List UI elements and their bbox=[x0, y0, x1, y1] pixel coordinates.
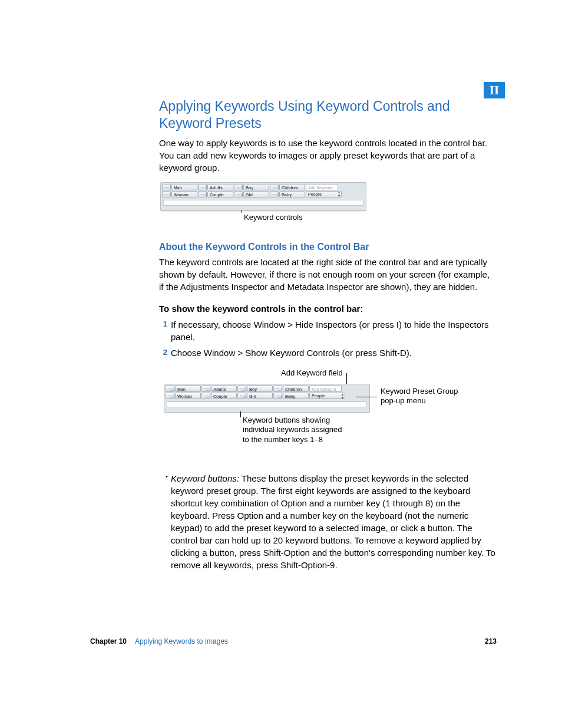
step-item: 1 If necessary, choose Window > Hide Ins… bbox=[159, 318, 496, 343]
list-item: • Keyword buttons: These buttons display… bbox=[163, 472, 496, 571]
kw-button-boy[interactable]: Boy bbox=[247, 386, 273, 392]
kw-button-children[interactable]: Children bbox=[279, 184, 305, 190]
step-text: Choose Window > Show Keyword Controls (o… bbox=[171, 347, 496, 359]
callout-add-keyword-field: Add Keyword field bbox=[281, 368, 343, 377]
step-number: 2 bbox=[159, 347, 167, 359]
keyword-controls-panel: ⌥1 Man ⌥3 Adults ⌥5 Boy ⌥7 Children Add … bbox=[164, 384, 370, 413]
page-content: Applying Keywords Using Keyword Controls… bbox=[159, 98, 496, 577]
kw-tag[interactable]: ⌥6 bbox=[234, 191, 243, 197]
callout-keyword-buttons-l1: Keyword buttons showing bbox=[243, 416, 342, 425]
part-tab: II bbox=[484, 82, 505, 98]
kw-tag[interactable]: ⌥5 bbox=[237, 386, 246, 392]
kw-tag[interactable]: ⌥7 bbox=[270, 184, 279, 190]
kw-tag[interactable]: ⌥1 bbox=[162, 184, 171, 190]
kw-tag[interactable]: ⌥6 bbox=[237, 393, 246, 399]
kw-tag[interactable]: ⌥4 bbox=[198, 191, 207, 197]
kw-tag[interactable]: ⌥4 bbox=[201, 393, 210, 399]
kw-button-woman[interactable]: Woman bbox=[175, 393, 201, 399]
kw-tag[interactable]: ⌥7 bbox=[273, 386, 282, 392]
kw-button-adults[interactable]: Adults bbox=[207, 184, 233, 190]
step-text: If necessary, choose Window > Hide Inspe… bbox=[171, 318, 496, 343]
figure-keyword-controls: ⌥1 Man ⌥3 Adults ⌥5 Boy ⌥7 Children Add … bbox=[159, 182, 496, 223]
kw-button-girl[interactable]: Girl bbox=[243, 191, 269, 197]
kw-button-man[interactable]: Man bbox=[171, 184, 197, 190]
section-title: Applying Keywords Using Keyword Controls… bbox=[159, 98, 496, 132]
kw-tag[interactable]: ⌥8 bbox=[273, 393, 282, 399]
bullet-body: These buttons display the preset keyword… bbox=[171, 473, 495, 570]
kw-button-boy[interactable]: Boy bbox=[243, 184, 269, 190]
chapter-label: Chapter 10 bbox=[90, 637, 127, 647]
panel-bottom-bar bbox=[167, 401, 367, 407]
kw-button-baby[interactable]: Baby bbox=[279, 191, 305, 197]
subsection-body: The keyword controls are located at the … bbox=[159, 256, 496, 293]
subsection-title: About the Keyword Controls in the Contro… bbox=[159, 241, 496, 253]
kw-button-children[interactable]: Children bbox=[283, 386, 309, 392]
panel-bottom-bar bbox=[163, 200, 363, 206]
kw-tag[interactable]: ⌥2 bbox=[166, 393, 174, 399]
bullet-text: Keyword buttons: These buttons display t… bbox=[171, 472, 496, 571]
kw-button-adults[interactable]: Adults bbox=[211, 386, 237, 392]
bullet-dot-icon: • bbox=[163, 472, 171, 571]
popup-arrows-icon: ▴▾ bbox=[338, 190, 340, 197]
callout-preset-group-l2: pop-up menu bbox=[381, 396, 458, 406]
add-keyword-field[interactable]: Add Keyword bbox=[306, 184, 338, 190]
preset-group-popup[interactable]: People ▴▾ bbox=[306, 191, 342, 197]
kw-tag[interactable]: ⌥3 bbox=[201, 386, 210, 392]
preset-group-label: People bbox=[312, 393, 325, 399]
page-number: 213 bbox=[485, 637, 497, 647]
keyword-controls-panel: ⌥1 Man ⌥3 Adults ⌥5 Boy ⌥7 Children Add … bbox=[160, 182, 366, 211]
chapter-title: Applying Keywords to Images bbox=[135, 637, 228, 647]
kw-button-baby[interactable]: Baby bbox=[283, 393, 309, 399]
kw-tag[interactable]: ⌥3 bbox=[198, 184, 207, 190]
kw-button-woman[interactable]: Woman bbox=[171, 191, 197, 197]
bullet-list: • Keyword buttons: These buttons display… bbox=[163, 472, 496, 571]
preset-group-popup[interactable]: People ▴▾ bbox=[309, 393, 345, 399]
step-number: 1 bbox=[159, 318, 167, 343]
kw-button-couple[interactable]: Couple bbox=[211, 393, 237, 399]
figure-keyword-controls-annotated: Add Keyword field ⌥1 Man ⌥3 Adults ⌥5 Bo… bbox=[159, 372, 496, 454]
kw-tag[interactable]: ⌥1 bbox=[166, 386, 174, 392]
kw-button-couple[interactable]: Couple bbox=[207, 191, 233, 197]
step-list: 1 If necessary, choose Window > Hide Ins… bbox=[159, 318, 496, 359]
add-keyword-field[interactable]: Add Keyword bbox=[309, 386, 342, 392]
kw-tag[interactable]: ⌥8 bbox=[270, 191, 279, 197]
callout-keyword-buttons-l2: individual keywords assigned bbox=[243, 425, 342, 434]
step-item: 2 Choose Window > Show Keyword Controls … bbox=[159, 347, 496, 359]
page-footer: Chapter 10 Applying Keywords to Images 2… bbox=[90, 637, 497, 647]
figure1-caption: Keyword controls bbox=[244, 212, 496, 223]
preset-group-label: People bbox=[308, 191, 322, 197]
kw-tag[interactable]: ⌥2 bbox=[162, 191, 171, 197]
callout-preset-group-l1: Keyword Preset Group bbox=[381, 387, 458, 396]
popup-arrows-icon: ▴▾ bbox=[342, 393, 343, 400]
intro-paragraph: One way to apply keywords is to use the … bbox=[159, 137, 496, 174]
kw-button-girl[interactable]: Girl bbox=[247, 393, 273, 399]
kw-button-man[interactable]: Man bbox=[175, 386, 201, 392]
bullet-term: Keyword buttons: bbox=[171, 473, 239, 483]
callout-keyword-buttons-l3: to the number keys 1–8 bbox=[243, 435, 342, 444]
instruction-heading: To show the keyword controls in the cont… bbox=[159, 302, 496, 315]
kw-tag[interactable]: ⌥5 bbox=[234, 184, 243, 190]
